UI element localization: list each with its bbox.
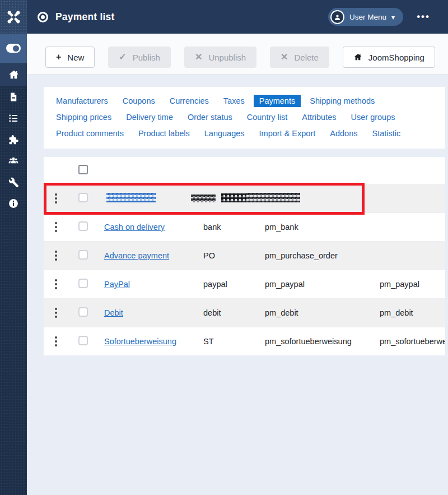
sidebar-item-menus[interactable]: [0, 108, 27, 129]
kebab-menu-icon[interactable]: [55, 312, 57, 314]
nav-link-country-list[interactable]: Country list: [247, 113, 288, 122]
row-select-cell: [68, 307, 94, 318]
sidebar-item-home-dashboard[interactable]: [0, 63, 27, 86]
kebab-menu-icon[interactable]: [55, 255, 57, 257]
code-cell: ST: [193, 337, 255, 346]
toolbar: +New✓Publish✕Unpublish✕DeleteJoomShoppin…: [27, 34, 448, 75]
select-all-cell: [68, 165, 94, 176]
alias-cell: pm_paypal: [255, 280, 370, 289]
topbar-right: User Menu ▾ •••: [328, 8, 431, 26]
nav-link-taxes[interactable]: Taxes: [223, 96, 245, 105]
menu-toggle-icon: [6, 44, 21, 53]
button-label: Delete: [295, 53, 319, 62]
nav-link-manufacturers[interactable]: Manufacturers: [56, 96, 108, 105]
code-cell: bank: [193, 223, 255, 232]
home-icon: [353, 53, 362, 62]
new-button[interactable]: +New: [45, 47, 95, 68]
nav-row: ManufacturersCouponsCurrenciesTaxesPayme…: [56, 96, 435, 105]
nav-link-addons[interactable]: Addons: [330, 129, 357, 138]
row-checkbox[interactable]: [78, 336, 88, 345]
row-actions-cell: [44, 255, 68, 257]
alias-cell: [255, 193, 370, 204]
sidebar: [0, 34, 27, 495]
code-cell: paypal: [193, 280, 255, 289]
title-cell: [94, 193, 193, 204]
table-row: PayPalpaypalpm_paypalpm_paypal: [44, 270, 445, 298]
more-options-button[interactable]: •••: [416, 9, 431, 25]
kebab-menu-icon[interactable]: [55, 226, 57, 228]
button-label: Unpublish: [208, 53, 246, 62]
sidebar-item-system[interactable]: [0, 172, 27, 193]
nav-link-delivery-time[interactable]: Delivery time: [126, 113, 173, 122]
sidebar-item-users[interactable]: [0, 150, 27, 172]
nav-link-user-groups[interactable]: User groups: [351, 113, 395, 122]
script-name-cell: pm_debit: [370, 308, 445, 317]
table-row: Debitdebitpm_debitpm_debit: [44, 298, 445, 327]
document-icon: [8, 91, 18, 103]
redacted-title[interactable]: [106, 193, 156, 202]
nav-link-currencies[interactable]: Currencies: [170, 96, 209, 105]
nav-row: Product commentsProduct labelsLanguagesI…: [56, 129, 435, 138]
kebab-menu-icon[interactable]: [55, 283, 57, 285]
title-cell: Sofortueberweisung: [94, 337, 193, 346]
kebab-menu-icon[interactable]: [55, 340, 57, 343]
list-icon: [8, 113, 19, 124]
close-icon: ✕: [281, 53, 288, 62]
row-checkbox[interactable]: [78, 193, 88, 202]
chevron-down-icon: ▾: [391, 14, 395, 21]
puzzle-icon: [8, 134, 19, 145]
payment-title-link[interactable]: Advance payment: [104, 251, 169, 260]
table-row: Cash on deliverybankpm_bank: [44, 212, 445, 241]
joomshopping-button[interactable]: JoomShopping: [343, 47, 435, 68]
payment-title-link[interactable]: Debit: [104, 308, 123, 317]
sidebar-item-help[interactable]: [0, 193, 27, 214]
code-cell: [193, 193, 255, 204]
select-all-checkbox[interactable]: [78, 165, 88, 174]
page-heading: Payment list: [38, 11, 115, 23]
nav-link-shipping-prices[interactable]: Shipping prices: [56, 113, 111, 122]
user-menu-button[interactable]: User Menu ▾: [328, 8, 403, 26]
publish-button[interactable]: ✓Publish: [108, 47, 171, 68]
nav-link-product-labels[interactable]: Product labels: [138, 129, 190, 138]
sidebar-item-components[interactable]: [0, 129, 27, 150]
code-cell: debit: [193, 308, 255, 317]
nav-link-product-comments[interactable]: Product comments: [56, 129, 124, 138]
payment-title-link[interactable]: Sofortueberweisung: [104, 337, 176, 346]
row-checkbox[interactable]: [78, 250, 88, 260]
home-icon: [353, 53, 362, 62]
nav-link-shipping-methods[interactable]: Shipping methods: [310, 96, 375, 105]
user-menu-label: User Menu: [349, 13, 386, 21]
unpublish-button[interactable]: ✕Unpublish: [184, 47, 256, 68]
nav-link-attributes[interactable]: Attributes: [302, 113, 336, 122]
nav-link-import-export[interactable]: Import & Export: [259, 129, 316, 138]
sidebar-item-menu-toggle[interactable]: [0, 34, 27, 63]
nav-row: Shipping pricesDelivery timeOrder status…: [56, 113, 435, 122]
kebab-menu-icon[interactable]: [55, 197, 57, 200]
alias-cell: pm_debit: [255, 308, 370, 317]
user-avatar-icon: [330, 10, 344, 24]
payment-title-link[interactable]: Cash on delivery: [104, 223, 165, 232]
nav-link-coupons[interactable]: Coupons: [123, 96, 155, 105]
sidebar-item-content[interactable]: [0, 86, 27, 108]
info-icon: [8, 198, 19, 209]
nav-link-statistic[interactable]: Statistic: [372, 129, 400, 138]
row-select-cell: [68, 336, 94, 347]
payment-title-link[interactable]: PayPal: [104, 280, 130, 289]
redacted-code: [221, 193, 248, 202]
joomla-logo-icon: [6, 10, 21, 25]
alias-cell: pm_sofortueberweisung: [255, 337, 370, 346]
button-label: Publish: [133, 53, 160, 62]
nav-link-order-status[interactable]: Order status: [188, 113, 232, 122]
row-checkbox[interactable]: [78, 307, 88, 317]
users-icon: [7, 155, 20, 166]
row-select-cell: [68, 250, 94, 261]
title-cell: PayPal: [94, 280, 193, 289]
joomla-logo[interactable]: [0, 0, 27, 34]
button-label: New: [67, 53, 84, 62]
delete-button[interactable]: ✕Delete: [270, 47, 329, 68]
row-checkbox[interactable]: [78, 279, 88, 288]
row-checkbox[interactable]: [78, 221, 88, 231]
script-name-cell: pm_sofortueberweisung: [370, 337, 445, 346]
nav-link-payments[interactable]: Payments: [254, 95, 301, 107]
nav-link-languages[interactable]: Languages: [204, 129, 245, 138]
